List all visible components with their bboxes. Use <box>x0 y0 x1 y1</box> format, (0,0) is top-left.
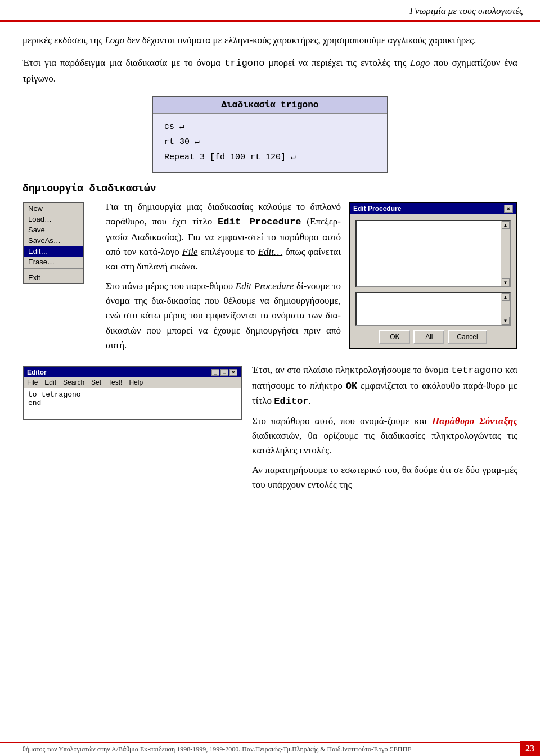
menu-item-new[interactable]: New <box>24 203 83 214</box>
editor-content[interactable]: to tetragono end <box>24 388 241 419</box>
menu-item-exit[interactable]: Exit <box>24 272 83 283</box>
dialog-close-button[interactable]: × <box>504 205 513 213</box>
editor-close-btn[interactable]: × <box>230 369 237 376</box>
menu-item-save[interactable]: Save <box>24 224 83 235</box>
editor-menubar: File Edit Search Set Test! Help <box>24 377 241 388</box>
after-editor-text: Έτσι, αν στο πλαίσιο πληκτρολογήσουμε το… <box>252 363 518 497</box>
dialog-ok-button[interactable]: OK <box>379 330 410 344</box>
editor-title: Editor <box>27 368 47 376</box>
menu-item-saveas[interactable]: SaveAs… <box>24 235 83 246</box>
two-col-section: New Load… Save SaveAs… Edit… Erase… Exit… <box>22 200 518 357</box>
dialog-all-button[interactable]: All <box>413 330 444 344</box>
list-scrollbar-up[interactable]: ▲ <box>502 293 510 301</box>
section-text5: Αν παρατηρήσουμε το εσωτερικό του, θα δο… <box>252 463 518 493</box>
intro-para2: Έτσι για παράδειγμα μια διαδικασία με το… <box>22 56 518 86</box>
list-scrollbar-down[interactable]: ▼ <box>502 317 510 325</box>
section-text4: Στο παράθυρο αυτό, που ονομά-ζουμε και Π… <box>252 414 518 458</box>
editor-titlebar: Editor _ □ × <box>24 367 241 377</box>
dialog-title: Edit Procedure <box>353 205 401 213</box>
dialog-input-area[interactable]: ▲ ▼ <box>356 220 511 287</box>
menu-item-load[interactable]: Load… <box>24 214 83 224</box>
page-number-badge: 23 <box>520 741 540 756</box>
editor-controls: _ □ × <box>212 369 237 376</box>
header-title: Γνωριμία με τους υπολογιστές <box>410 6 523 16</box>
procedure-title: Διαδικασία trigono <box>153 97 387 114</box>
edit-procedure-dialog: Edit Procedure × ▲ ▼ ▲ <box>349 202 518 349</box>
procedure-line3: Repeat 3 [fd 100 rt 120] ↵ <box>164 150 376 165</box>
dialog-buttons: OK All Cancel <box>356 330 511 344</box>
dialog-titlebar: Edit Procedure × <box>350 203 516 214</box>
lower-section: Editor _ □ × File Edit Search Set Test! … <box>22 363 518 497</box>
intro-para1: μερικές εκδόσεις της Logo δεν δέχονται ο… <box>22 33 518 48</box>
editor-line1: to tetragono <box>28 390 236 399</box>
scrollbar-up[interactable]: ▲ <box>502 221 510 229</box>
editor-menu-edit[interactable]: Edit <box>44 379 56 386</box>
editor-maximize-btn[interactable]: □ <box>220 369 228 376</box>
menu-item-erase[interactable]: Erase… <box>24 256 83 267</box>
editor-minimize-btn[interactable]: _ <box>212 369 219 376</box>
editor-menu-set[interactable]: Set <box>91 379 101 386</box>
section-text3: Έτσι, αν στο πλαίσιο πληκτρολογήσουμε το… <box>252 363 518 409</box>
dialog-list-scrollbar[interactable]: ▲ ▼ <box>501 293 510 325</box>
dialog-cancel-button[interactable]: Cancel <box>448 330 487 344</box>
scrollbar-down[interactable]: ▼ <box>502 278 510 286</box>
procedure-line1: cs ↵ <box>164 119 376 134</box>
editor-menu-help[interactable]: Help <box>129 379 143 386</box>
menu-item-separator <box>24 268 83 271</box>
right-column: Edit Procedure × ▲ ▼ ▲ <box>106 200 518 357</box>
dialog-scrollbar[interactable]: ▲ ▼ <box>501 221 510 286</box>
file-menu: New Load… Save SaveAs… Edit… Erase… Exit <box>22 202 84 284</box>
editor-menu-test[interactable]: Test! <box>108 379 122 386</box>
editor-menu-file[interactable]: File <box>27 379 38 386</box>
procedure-line2: rt 30 ↵ <box>164 134 376 150</box>
section-heading: δημιουργία διαδικασιών <box>22 183 518 194</box>
editor-screenshot: Editor _ □ × File Edit Search Set Test! … <box>22 366 242 420</box>
page-header: Γνωριμία με τους υπολογιστές <box>0 0 540 22</box>
footer-text: θήματος των Υπολογιστών στην Α/Βάθμια Εκ… <box>22 745 411 754</box>
dialog-list-area[interactable]: ▲ ▼ <box>356 292 511 326</box>
main-content: μερικές εκδόσεις της Logo δεν δέχονται ο… <box>0 22 540 508</box>
procedure-box: Διαδικασία trigono cs ↵ rt 30 ↵ Repeat 3… <box>152 96 388 173</box>
page-footer: θήματος των Υπολογιστών στην Α/Βάθμια Εκ… <box>0 742 540 756</box>
menu-item-edit[interactable]: Edit… <box>24 246 83 256</box>
dialog-body: ▲ ▼ ▲ ▼ OK All <box>350 214 516 348</box>
left-column: New Load… Save SaveAs… Edit… Erase… Exit <box>22 200 96 357</box>
editor-menu-search[interactable]: Search <box>63 379 84 386</box>
procedure-body: cs ↵ rt 30 ↵ Repeat 3 [fd 100 rt 120] ↵ <box>153 114 387 172</box>
editor-line2: end <box>28 399 236 407</box>
